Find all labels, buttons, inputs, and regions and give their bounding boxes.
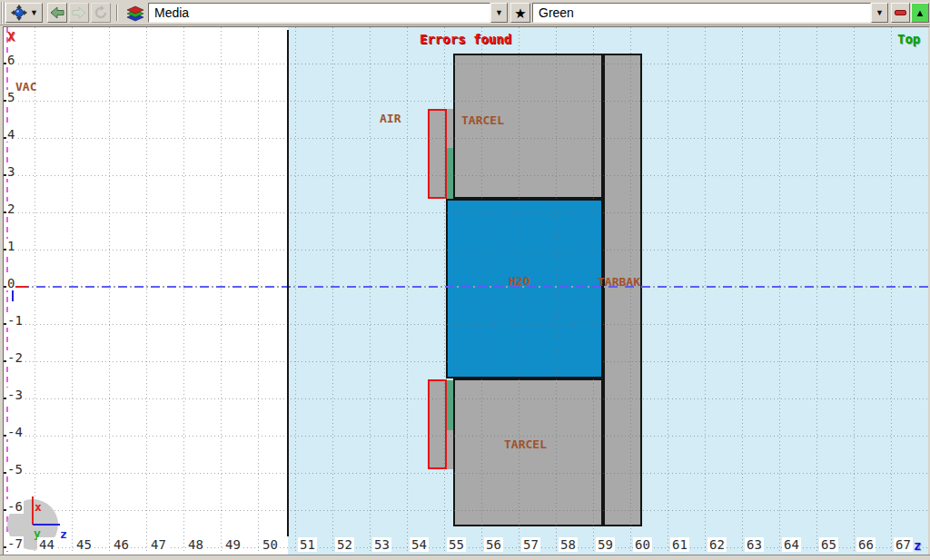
gizmo-x-axis-line [32, 496, 34, 525]
media-dropdown-button[interactable]: ▼ [490, 3, 508, 23]
red-dash-icon [895, 10, 906, 15]
region-strip-green-top [447, 148, 453, 199]
y-axis-tick-label: 2 [6, 201, 15, 216]
y-axis-tick-label: -1 [6, 313, 24, 328]
x-axis-tick-label: 66 [856, 537, 876, 552]
x-axis-tick-label: 50 [261, 537, 280, 552]
remove-layer-button[interactable] [891, 3, 910, 23]
window-bottom-edge [0, 555, 930, 560]
region-name-label: H2O [509, 274, 529, 288]
grid-line-horizontal [4, 473, 928, 474]
gizmo-x-label: x [35, 500, 42, 514]
y-axis-tick-label: -2 [6, 350, 24, 365]
pan-compass-icon [10, 4, 28, 22]
toolbar-separator [116, 5, 118, 21]
chevron-down-icon: ▼ [30, 9, 38, 17]
y-axis-tick-label: 5 [6, 90, 15, 104]
x-axis-tick-label: 51 [298, 537, 317, 552]
grid-line-horizontal [4, 324, 928, 325]
y-axis-tick-label: -3 [6, 388, 24, 402]
vac-region-boundary-line [287, 30, 289, 536]
x-axis-tick-label: 63 [745, 537, 764, 552]
grid-line-horizontal [4, 64, 928, 64]
chevron-down-icon: ▼ [876, 9, 884, 17]
region-tarbak-column [603, 54, 642, 526]
region-name-label: AIR [380, 112, 401, 125]
layer-combobox[interactable]: Green [532, 3, 871, 23]
region-name-label: TARBAK [598, 275, 640, 289]
region-tarcel-bottom [453, 378, 603, 526]
x-axis-tick-label: 48 [186, 537, 205, 552]
x-axis-tick-label: 65 [819, 537, 838, 552]
x-axis-tick-label: 67 [894, 537, 913, 552]
grid-line-horizontal [4, 101, 928, 102]
forward-button[interactable] [69, 3, 89, 23]
grid-line-horizontal [4, 138, 928, 139]
y-axis-tick-label: 3 [6, 164, 15, 179]
geometry-viewport[interactable]: Errors found Top X z VACAIRTARCELH2OTARB… [4, 27, 928, 555]
chevron-down-icon: ▼ [495, 9, 503, 17]
layer-dropdown-button[interactable]: ▼ [871, 3, 888, 23]
horizontal-axis-label: z [914, 538, 921, 553]
navigate-action-button[interactable]: ▼ [5, 3, 43, 23]
z-axis-guide-line [4, 286, 928, 288]
x-axis-tick-label: 47 [149, 537, 168, 552]
gizmo-z-axis-line [33, 524, 60, 526]
layer-stack-icon [124, 3, 146, 23]
star-icon: ★ [514, 6, 526, 20]
y-axis-tick-label: 6 [6, 53, 15, 67]
arrow-right-icon [72, 6, 86, 19]
grid-line-horizontal [4, 398, 928, 399]
x-axis-tick-label: 55 [447, 537, 466, 552]
region-name-label: TARCEL [461, 113, 504, 127]
bookmark-star-button[interactable]: ★ [510, 3, 530, 23]
y-axis-tick-label: -6 [6, 499, 24, 514]
x-axis-tick-label: 62 [707, 537, 727, 552]
layer-combobox-value: Green [539, 5, 574, 20]
x-axis-tick-label: 45 [74, 537, 94, 552]
toolbar: ▼ Media [0, 0, 930, 25]
region-strip-gray-top [447, 109, 453, 148]
triangle-up-icon: ▲ [915, 7, 925, 18]
y-axis-tick-label: 1 [6, 239, 15, 253]
region-strip-green-bottom [447, 380, 453, 430]
vertical-axis-label: X [7, 29, 15, 44]
region-name-label: TARCEL [504, 437, 547, 451]
y-axis-tick-label: -4 [6, 425, 24, 439]
region-h2o-target [446, 199, 603, 378]
media-combobox[interactable]: Media [148, 3, 490, 23]
y-axis-tick-label: -7 [6, 536, 24, 551]
y-axis-tick-label: -5 [6, 462, 24, 476]
x-axis-tick-label: 44 [37, 537, 56, 552]
reload-icon [94, 5, 108, 20]
grid-line-horizontal [4, 250, 928, 251]
x-axis-tick-label: 53 [372, 537, 391, 552]
x-axis-tick-label: 56 [484, 537, 503, 552]
x-axis-tick-label: 54 [410, 537, 429, 552]
x-axis-tick-label: 60 [633, 537, 652, 552]
x-axis-tick-label: 61 [670, 537, 689, 552]
x-axis-tick-label: 57 [521, 537, 540, 552]
x-axis-tick-label: 58 [559, 537, 578, 552]
status-errors-text: Errors found [420, 32, 511, 46]
y-axis-tick-label: 4 [6, 127, 15, 142]
grid-line-horizontal [4, 361, 928, 362]
raise-layer-button[interactable]: ▲ [911, 3, 929, 23]
back-button[interactable] [47, 3, 67, 23]
x-axis-tick-label: 59 [596, 537, 615, 552]
arrow-left-icon [50, 6, 64, 19]
grid-line-horizontal [4, 175, 928, 176]
x-axis-tick-label: 49 [223, 537, 242, 552]
gizmo-z-label: z [60, 527, 67, 541]
grid-line-horizontal [4, 510, 928, 511]
region-name-label: VAC [15, 80, 36, 93]
x-axis-tick-label: 52 [335, 537, 354, 552]
grid-line-horizontal [4, 436, 928, 437]
x-axis-tick-label: 46 [112, 537, 131, 552]
reload-button[interactable] [91, 3, 111, 23]
y-axis-tick-label: 0 [6, 276, 15, 290]
grid-line-horizontal [4, 212, 928, 213]
media-combobox-value: Media [154, 5, 189, 20]
x-axis-tick-label: 64 [782, 537, 801, 552]
viewport-name-label: Top [897, 32, 920, 46]
